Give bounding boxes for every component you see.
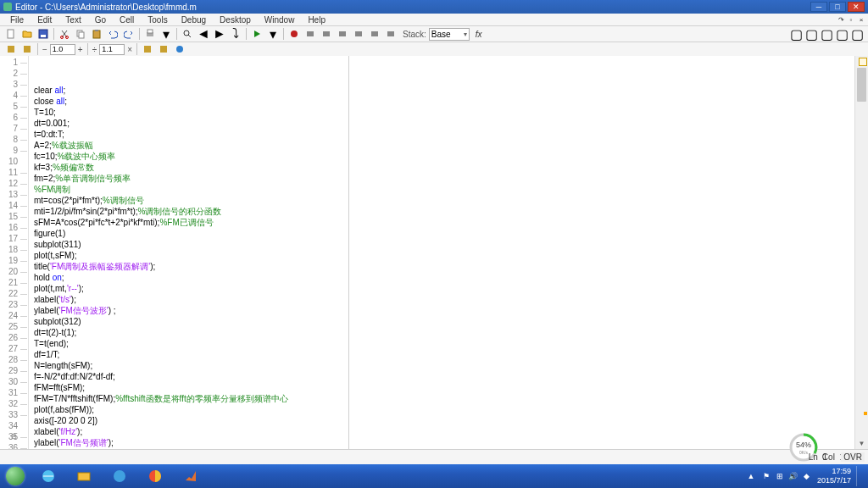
code-line[interactable]: sFM=A*cos(2*pi*fc*t+2*pi*kf*mti);%FM已调信号 — [34, 217, 854, 228]
zoom-div[interactable]: ÷ — [92, 45, 97, 54]
code-line[interactable]: dt=0.001; — [34, 118, 854, 129]
step-in-icon[interactable] — [319, 27, 334, 41]
line-number[interactable]: 15 — [0, 211, 28, 222]
menu-edit[interactable]: Edit — [31, 15, 58, 25]
tray-flag-icon[interactable]: ⚑ — [761, 471, 771, 481]
close-button[interactable]: ✕ — [848, 2, 865, 12]
print-preview-icon[interactable]: ▾ — [159, 27, 174, 41]
code-line[interactable]: subplot(311) — [34, 239, 854, 250]
line-number[interactable]: 19 — [0, 255, 28, 266]
step-out-icon[interactable] — [335, 27, 350, 41]
menu-window[interactable]: Window — [258, 15, 302, 25]
tray-expand-icon[interactable]: ▲ — [746, 471, 756, 481]
code-line[interactable]: plot(t,mt,'r--'); — [34, 283, 854, 294]
line-number[interactable]: 31 — [0, 387, 28, 398]
warning-mark[interactable] — [864, 412, 867, 415]
line-number[interactable]: 30 — [0, 376, 28, 387]
task-app2[interactable] — [138, 466, 172, 486]
menu-cell[interactable]: Cell — [113, 15, 141, 25]
forward-icon[interactable]: ► — [212, 27, 227, 41]
task-explorer[interactable] — [67, 466, 101, 486]
code-line[interactable]: fFM=T/N*fftshift(fFM);%fftshift函数是将fft的零… — [34, 393, 854, 404]
tray-clock[interactable]: 17:59 2015/7/17 — [817, 467, 851, 485]
menu-desktop[interactable]: Desktop — [213, 15, 258, 25]
cell-publish-icon[interactable] — [172, 42, 187, 56]
back-icon[interactable]: ◄ — [196, 27, 211, 41]
open-file-icon[interactable] — [19, 27, 35, 41]
doc-close-button[interactable]: × — [856, 15, 866, 24]
line-number[interactable]: 21 — [0, 277, 28, 288]
line-number[interactable]: 16 — [0, 222, 28, 233]
code-line[interactable]: figure(1) — [34, 228, 854, 239]
line-number[interactable]: 8 — [0, 134, 28, 145]
cell-eval-icon[interactable] — [140, 42, 155, 56]
code-line[interactable]: ylabel('FM信号波形') ; — [34, 305, 854, 316]
line-number[interactable]: 11 — [0, 167, 28, 178]
line-number[interactable]: 9 — [0, 145, 28, 156]
line-number[interactable]: 4 — [0, 90, 28, 101]
dock-2-icon[interactable]: ▢ — [804, 27, 819, 41]
line-number[interactable]: 22 — [0, 288, 28, 299]
code-line[interactable]: kf=3;%频偏常数 — [34, 162, 854, 173]
code-line[interactable]: plot(f,abs(fFM)); — [34, 404, 854, 415]
code-analyzer-indicator[interactable] — [859, 58, 867, 66]
code-line[interactable]: clear all; — [34, 85, 854, 96]
continue-icon[interactable] — [351, 27, 366, 41]
step-icon[interactable] — [303, 27, 318, 41]
code-line[interactable]: T=t(end); — [34, 338, 854, 349]
code-area[interactable]: clear all;close all;T=10;dt=0.001;t=0:dt… — [29, 56, 854, 449]
code-line[interactable]: fm=2;%单音调制信号频率 — [34, 173, 854, 184]
line-number[interactable]: 1 — [0, 57, 28, 68]
code-line[interactable]: xlabel('t/s'); — [34, 294, 854, 305]
zoom-value-2[interactable] — [99, 44, 125, 55]
line-number[interactable]: 32 — [0, 398, 28, 409]
tray-misc-icon[interactable]: ◆ — [802, 471, 812, 481]
breakpoint-icon[interactable] — [287, 27, 302, 41]
line-number[interactable]: 33 — [0, 409, 28, 420]
line-number[interactable]: 2 — [0, 68, 28, 79]
status-ovr[interactable]: OVR — [841, 452, 865, 462]
stack-icon[interactable] — [383, 27, 398, 41]
fx-button[interactable]: fx — [476, 30, 482, 39]
paste-icon[interactable] — [89, 27, 104, 41]
line-number[interactable]: 18 — [0, 244, 28, 255]
zoom-times[interactable]: × — [127, 45, 132, 54]
line-number[interactable]: 34 — [0, 420, 28, 431]
goto-icon[interactable]: ⤵ — [228, 27, 243, 41]
line-gutter[interactable]: 1234567891011121314151617181920212223242… — [0, 56, 29, 449]
line-number[interactable]: 26 — [0, 332, 28, 343]
code-line[interactable]: mt=cos(2*pi*fm*t);%调制信号 — [34, 195, 854, 206]
run-icon[interactable] — [249, 27, 264, 41]
line-number[interactable]: 27 — [0, 343, 28, 354]
line-number[interactable]: 24 — [0, 310, 28, 321]
code-line[interactable]: fFM=fft(sFM); — [34, 382, 854, 393]
code-line[interactable]: subplot(312) — [34, 316, 854, 327]
find-icon[interactable] — [180, 27, 195, 41]
stack-selector[interactable]: Base▾ — [429, 28, 470, 41]
code-line[interactable]: df=1/T; — [34, 349, 854, 360]
code-line[interactable]: axis([-20 20 0 2]) — [34, 415, 854, 426]
line-number[interactable]: 29 — [0, 365, 28, 376]
code-line[interactable]: T=10; — [34, 107, 854, 118]
zoom-minus[interactable]: − — [42, 45, 47, 54]
code-line[interactable]: A=2;%载波振幅 — [34, 140, 854, 151]
doc-curl-button[interactable]: ↷ — [836, 15, 846, 24]
menu-file[interactable]: File — [3, 15, 31, 25]
cut-icon[interactable] — [57, 27, 72, 41]
zoom-plus[interactable]: + — [78, 45, 83, 54]
maximize-button[interactable]: □ — [829, 2, 846, 12]
cell-1-icon[interactable] — [3, 42, 19, 56]
code-line[interactable]: ylabel('FM信号频谱'); — [34, 437, 854, 448]
dock-3-icon[interactable]: ▢ — [819, 27, 834, 41]
tray-network-icon[interactable]: ⊞ — [775, 471, 785, 481]
dock-4-icon[interactable]: ▢ — [834, 27, 849, 41]
code-line[interactable]: dt=t(2)-t(1); — [34, 327, 854, 338]
line-number[interactable]: 23 — [0, 299, 28, 310]
save-icon[interactable] — [36, 27, 51, 41]
show-desktop-button[interactable] — [856, 466, 863, 486]
vertical-scrollbar[interactable]: ▲ ▼ — [854, 56, 868, 449]
line-number[interactable]: 20 — [0, 266, 28, 277]
line-number[interactable]: 7 — [0, 123, 28, 134]
line-number[interactable]: 17 — [0, 233, 28, 244]
dock-5-icon[interactable]: ▢ — [849, 27, 865, 41]
